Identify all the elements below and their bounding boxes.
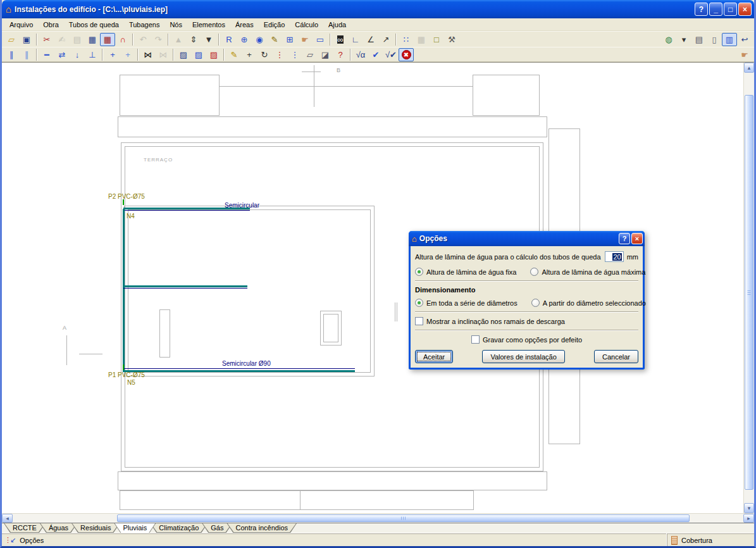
plot-export-icon[interactable]: ▯ xyxy=(707,33,722,46)
dialog-help-button[interactable]: ? xyxy=(619,233,630,244)
check-design-icon[interactable]: ✔ xyxy=(368,48,383,61)
find-icon[interactable]: ∞ xyxy=(333,33,348,46)
snap-magnet-icon[interactable]: ∩ xyxy=(115,33,130,46)
plant-down-icon[interactable]: ▼ xyxy=(201,33,216,46)
cancel-button[interactable]: Cancelar xyxy=(594,350,638,363)
edit-element-icon[interactable]: ✎ xyxy=(226,48,242,61)
pan-hand-icon[interactable]: ☛ xyxy=(297,33,313,46)
edit-branches-icon[interactable]: ⋮ xyxy=(272,48,287,61)
vertical-scroll-track[interactable] xyxy=(744,73,754,503)
gutter-pipe[interactable] xyxy=(123,370,355,372)
edit-risers-icon[interactable]: ⋮ xyxy=(287,48,302,61)
insert-node-icon[interactable]: + xyxy=(105,48,120,61)
scroll-right-button[interactable]: ▸ xyxy=(743,514,754,523)
minimize-button[interactable]: _ xyxy=(709,3,722,16)
scroll-down-button[interactable]: ▾ xyxy=(744,503,754,513)
menu-obra[interactable]: Obra xyxy=(38,20,63,30)
maximize-button[interactable]: □ xyxy=(724,3,737,16)
installation-values-button[interactable]: Valores de instalação xyxy=(482,350,564,363)
status-plant-panel[interactable]: Cobertura xyxy=(667,533,754,546)
menu-ajuda[interactable]: Ajuda xyxy=(323,20,351,30)
mark-zoom-icon[interactable]: ✎ xyxy=(267,33,282,46)
dxf-dwg-manage-icon[interactable]: ▦ xyxy=(100,33,115,46)
rotate-element-icon[interactable]: ↻ xyxy=(257,48,272,61)
tab-pluviais[interactable]: Pluviais xyxy=(114,523,156,533)
tab-residuais[interactable]: Residuais xyxy=(71,523,120,533)
configuration-tools-icon[interactable]: ⚒ xyxy=(444,33,459,46)
erase-element-icon[interactable]: ◪ xyxy=(318,48,333,61)
move-node-icon[interactable]: + xyxy=(120,48,135,61)
open-file-icon[interactable]: ▱ xyxy=(4,33,19,46)
node-symbol-icon[interactable]: ⋈ xyxy=(140,48,156,61)
move-pipe-icon[interactable]: ⇄ xyxy=(54,48,70,61)
scale-globe-icon[interactable]: ◍ xyxy=(661,33,676,46)
ortho-angle-icon[interactable]: ∠ xyxy=(363,33,378,46)
move-area-icon[interactable]: ▨ xyxy=(191,48,206,61)
join-pipe-icon[interactable]: ⊥ xyxy=(85,48,100,61)
calculate-icon[interactable]: √α xyxy=(353,48,368,61)
print-icon[interactable]: ▤ xyxy=(691,33,707,46)
menu-nos[interactable]: Nós xyxy=(164,20,187,30)
calculate-check-icon[interactable]: √✔ xyxy=(383,48,399,61)
layer-visibility-icon[interactable]: □ xyxy=(429,33,444,46)
save-icon[interactable]: ▣ xyxy=(19,33,34,46)
zoom-all-icon[interactable]: ⊕ xyxy=(237,33,252,46)
window-layout-icon[interactable]: ▥ xyxy=(722,33,737,46)
edit-downpipe-icon[interactable]: ∥ xyxy=(19,48,34,61)
stop-calculation-icon[interactable]: ✖ xyxy=(399,48,414,61)
tab-contra-incendios[interactable]: Contra incêndios xyxy=(226,523,297,533)
copy-element-icon[interactable]: ▱ xyxy=(302,48,318,61)
new-downpipe-icon[interactable]: ∥ xyxy=(4,48,19,61)
water-height-input[interactable]: 20 xyxy=(605,251,624,262)
redraw-icon[interactable]: ▭ xyxy=(313,33,328,46)
gutter-pipe[interactable] xyxy=(123,209,125,370)
tab-climatizacao[interactable]: Climatização xyxy=(150,523,208,533)
close-button[interactable]: × xyxy=(738,3,752,16)
accept-button[interactable]: Aceitar xyxy=(415,350,453,363)
split-pipe-icon[interactable]: ↓ xyxy=(70,48,85,61)
menu-elementos[interactable]: Elementos xyxy=(187,20,230,30)
exit-icon[interactable]: ↩ xyxy=(737,33,752,46)
vertical-scroll-thumb[interactable] xyxy=(745,95,753,490)
move-element-icon[interactable]: + xyxy=(242,48,257,61)
vertical-scrollbar[interactable]: ▴ ▾ xyxy=(743,63,754,513)
checkbox-mostrar-inclinacao[interactable] xyxy=(415,317,423,325)
help-button[interactable]: ? xyxy=(695,3,708,16)
snap-settings-icon[interactable]: ∷ xyxy=(399,33,414,46)
radio-altura-maxima[interactable] xyxy=(530,268,538,276)
scroll-left-button[interactable]: ◂ xyxy=(2,514,13,523)
dialog-title-bar[interactable]: ⌂ Opções ? × xyxy=(409,231,645,246)
horizontal-scroll-thumb[interactable] xyxy=(117,514,690,522)
zoom-regen-icon[interactable]: R xyxy=(221,33,237,46)
dxf-dwg-templates-icon[interactable]: ▦ xyxy=(85,33,100,46)
scale-dropdown-icon[interactable]: ▾ xyxy=(676,33,691,46)
element-info-icon[interactable]: ? xyxy=(333,48,348,61)
new-pipe-icon[interactable]: ━ xyxy=(39,48,54,61)
select-view-window-icon[interactable]: ☛ xyxy=(737,48,752,61)
menu-tubagens[interactable]: Tubagens xyxy=(124,20,165,30)
zoom-window-icon[interactable]: ⊞ xyxy=(282,33,297,46)
scroll-up-button[interactable]: ▴ xyxy=(744,63,754,73)
radio-altura-fixa[interactable] xyxy=(415,268,423,276)
new-area-icon[interactable]: ▨ xyxy=(176,48,191,61)
delete-area-icon[interactable]: ▨ xyxy=(206,48,221,61)
horizontal-scroll-track[interactable] xyxy=(13,514,743,523)
edit-resources-icon[interactable]: ✂ xyxy=(39,33,54,46)
radio-toda-serie[interactable] xyxy=(415,299,423,307)
zoom-x2-icon[interactable]: ◉ xyxy=(252,33,267,46)
checkbox-gravar-defeito[interactable] xyxy=(471,335,480,344)
menu-arquivo[interactable]: Arquivo xyxy=(4,20,38,30)
gutter-pipe[interactable] xyxy=(123,285,247,287)
menu-edicao[interactable]: Edição xyxy=(259,20,290,30)
measure-icon[interactable]: ↗ xyxy=(378,33,393,46)
horizontal-scrollbar[interactable]: ◂ ▸ xyxy=(2,513,754,523)
menu-areas[interactable]: Áreas xyxy=(230,20,259,30)
drawing-canvas[interactable]: B A TERRAÇO Semicircular xyxy=(2,63,743,513)
menu-tubos-de-queda[interactable]: Tubos de queda xyxy=(64,20,124,30)
coordinates-icon[interactable]: ∟ xyxy=(348,33,363,46)
dialog-close-button[interactable]: × xyxy=(631,233,643,244)
status-bar: ⋮↙ Opções Cobertura xyxy=(2,533,754,546)
plant-list-icon[interactable]: ⇕ xyxy=(186,33,201,46)
menu-calculo[interactable]: Cálculo xyxy=(290,20,323,30)
radio-partir-diametro[interactable] xyxy=(531,299,540,307)
